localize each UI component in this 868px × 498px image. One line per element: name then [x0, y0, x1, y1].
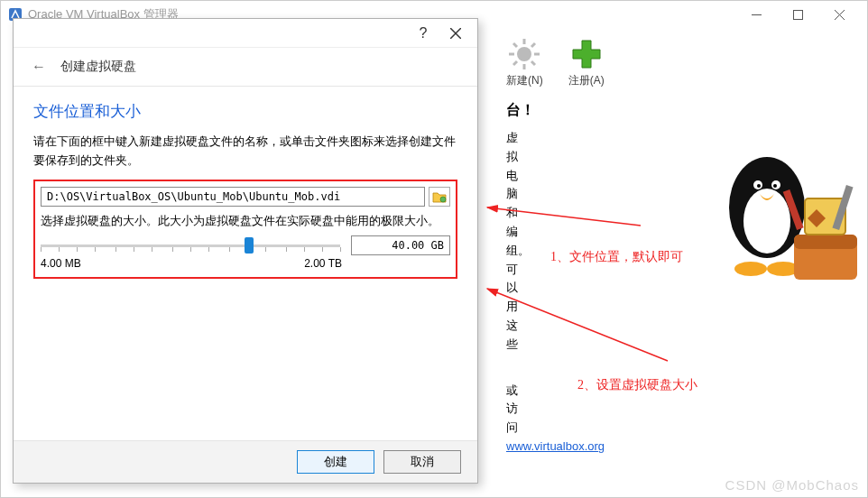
slider-thumb[interactable]	[245, 237, 254, 254]
maximize-button[interactable]	[777, 1, 818, 28]
dialog-header: ← 创建虚拟硬盘	[14, 48, 477, 87]
minimize-button[interactable]	[735, 1, 777, 28]
svg-line-12	[531, 43, 535, 47]
cancel-button[interactable]: 取消	[383, 450, 461, 474]
svg-point-19	[773, 184, 777, 188]
sun-new-icon	[507, 37, 541, 71]
svg-point-18	[757, 184, 761, 188]
size-description: 选择虚拟硬盘的大小。此大小为虚拟硬盘文件在实际硬盘中能用的极限大小。	[41, 212, 450, 231]
file-location-group: 选择虚拟硬盘的大小。此大小为虚拟硬盘文件在实际硬盘中能用的极限大小。 40.00…	[33, 180, 457, 280]
slider-min-label: 4.00 MB	[41, 257, 81, 270]
dialog-title: 创建虚拟硬盘	[60, 59, 136, 75]
disk-size-slider[interactable]	[41, 235, 340, 255]
disk-size-value[interactable]: 40.00 GB	[351, 235, 450, 255]
svg-line-13	[513, 61, 517, 65]
browse-folder-button[interactable]	[429, 187, 450, 207]
disk-path-input[interactable]	[41, 187, 425, 207]
svg-line-11	[531, 61, 535, 65]
create-button[interactable]: 创建	[297, 450, 374, 474]
dialog-footer: 创建 取消	[14, 440, 477, 483]
register-label: 注册(A)	[568, 74, 605, 87]
annotation-1: 1、文件位置，默认即可	[550, 249, 683, 265]
dialog-close-button[interactable]	[439, 21, 472, 46]
back-arrow-icon[interactable]: ←	[32, 59, 46, 75]
annotation-2: 2、设置虚拟硬盘大小	[577, 377, 697, 393]
help-button[interactable]: ?	[407, 21, 439, 46]
watermark: CSDN @MobChaos	[725, 477, 859, 493]
folder-icon	[432, 190, 447, 203]
create-disk-dialog: ? ← 创建虚拟硬盘 文件位置和大小 请在下面的框中键入新建虚拟硬盘文件的名称，…	[13, 18, 478, 484]
penguin-toolbox-image	[704, 135, 866, 298]
svg-point-5	[517, 47, 531, 61]
svg-rect-23	[794, 235, 857, 249]
svg-point-20	[734, 262, 767, 276]
dialog-title-bar: ?	[14, 19, 477, 48]
svg-point-29	[440, 197, 446, 202]
virtualbox-link[interactable]: www.virtualbox.org	[506, 439, 605, 453]
dialog-body: 文件位置和大小 请在下面的框中键入新建虚拟硬盘文件的名称，或单击文件夹图标来选择…	[14, 87, 477, 440]
new-label: 新建(N)	[506, 74, 543, 87]
slider-max-label: 2.00 TB	[304, 257, 342, 270]
close-button[interactable]	[818, 1, 860, 28]
svg-rect-2	[793, 10, 802, 19]
register-vm-button[interactable]: 注册(A)	[568, 37, 605, 88]
plus-add-icon	[569, 37, 604, 71]
visit-prefix: 或访问	[506, 383, 518, 435]
path-description: 请在下面的框中键入新建虚拟硬盘文件的名称，或单击文件夹图标来选择创建文件要保存到…	[33, 133, 457, 171]
new-vm-button[interactable]: 新建(N)	[506, 37, 543, 88]
section-heading: 文件位置和大小	[33, 101, 457, 122]
svg-line-10	[513, 43, 517, 47]
svg-point-15	[743, 189, 790, 254]
